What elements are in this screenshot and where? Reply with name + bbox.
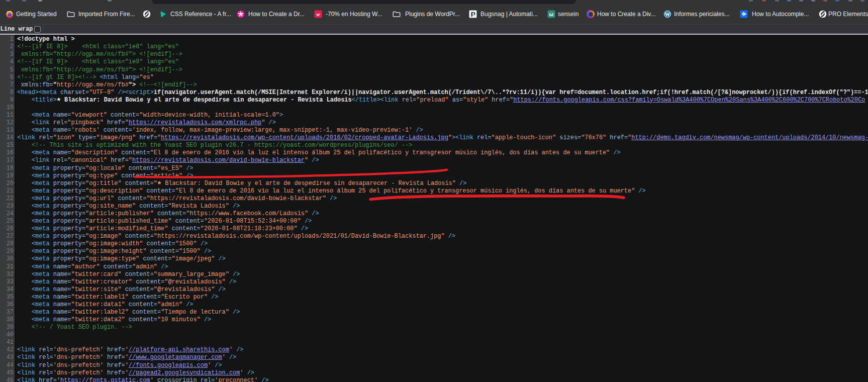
- svg-text:ω: ω: [549, 11, 554, 17]
- svg-text:W: W: [665, 12, 670, 17]
- svg-text:w: w: [316, 12, 320, 17]
- svg-text:S: S: [472, 12, 474, 16]
